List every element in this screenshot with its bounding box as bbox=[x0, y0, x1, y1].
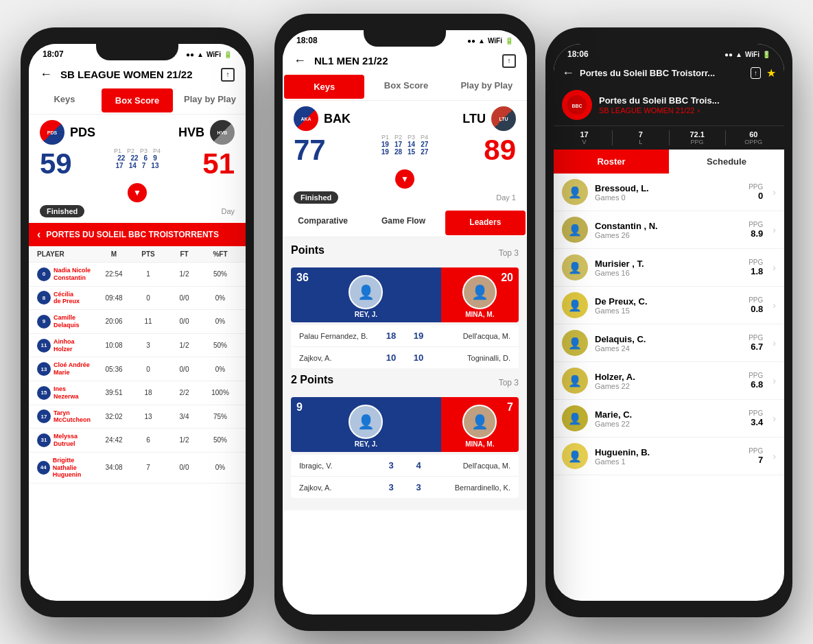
list-item[interactable]: 👤 Holzer, A. Games 22 PPG 6.8 › bbox=[554, 362, 784, 400]
nav-title-left: SB LEAGUE WOMEN 21/22 bbox=[60, 69, 213, 80]
team-name-home-center: BAK bbox=[324, 112, 351, 126]
club-name-text: Portes du Soleil BBC Trois... bbox=[599, 95, 776, 107]
points-top-label: Top 3 bbox=[499, 248, 519, 258]
player-stat: PPG 6.8 bbox=[749, 372, 763, 390]
tab-boxscore-left[interactable]: Box Score bbox=[102, 88, 173, 112]
phone-left-screen: 18:07 ●●▲WiFi🔋 ← SB LEAGUE WOMEN 21/22 ↑… bbox=[29, 44, 246, 601]
back-arrow-left[interactable]: ← bbox=[40, 67, 52, 82]
club-league-text: SB LEAGUE WOMEN 21/22 › bbox=[599, 106, 776, 115]
leader2-name-points: MINA, M. bbox=[465, 311, 494, 318]
back-arrow-right[interactable]: ← bbox=[562, 66, 574, 80]
table-row: 31MelyssaDutruel 24:4261/250% bbox=[29, 429, 246, 453]
player-thumb: 👤 bbox=[562, 368, 588, 394]
player-thumb: 👤 bbox=[562, 254, 588, 281]
chevron-right-icon: › bbox=[773, 187, 776, 198]
sub-tab-leaders[interactable]: Leaders bbox=[445, 211, 526, 235]
logo-pds: PDS bbox=[40, 120, 64, 145]
time-right: 18:06 bbox=[567, 49, 589, 59]
table-row: 8Céciliade Preux 09:4800/00% bbox=[29, 287, 246, 311]
sub-tab-comparative[interactable]: Comparative bbox=[283, 209, 363, 237]
back-arrow-center[interactable]: ← bbox=[294, 53, 306, 68]
share-icon-left[interactable]: ↑ bbox=[221, 68, 235, 82]
logo-hvb: HVB bbox=[210, 120, 235, 145]
leader2-avatar-points: 👤 bbox=[462, 275, 497, 309]
score-home-center: 77 bbox=[294, 134, 326, 167]
table-row: 0Nadia NicoleConstantin 22:5411/250% bbox=[29, 263, 246, 287]
status-icons-right: ●●▲WiFi🔋 bbox=[724, 51, 770, 58]
nav-header-right: ← Portes du Soleil BBC Troistorr... ↑ ★ bbox=[554, 62, 784, 84]
list-item[interactable]: 👤 Constantin , N. Games 26 PPG 8.9 › bbox=[554, 211, 784, 249]
chevron-down-center[interactable]: ▼ bbox=[395, 169, 414, 189]
list-item[interactable]: 👤 Murisier , T. Games 16 PPG 1.8 › bbox=[554, 249, 784, 287]
leader1-name-points: REY, J. bbox=[355, 311, 377, 318]
nav-title-right: Portes du Soleil BBC Troistorr... bbox=[580, 68, 745, 78]
player-stat: PPG 0.8 bbox=[749, 296, 763, 314]
list-item[interactable]: 👤 Marie, C. Games 22 PPG 3.4 › bbox=[554, 400, 784, 438]
player-info: Huguenin, B. Games 1 bbox=[595, 447, 742, 466]
sub-tab-gameflow[interactable]: Game Flow bbox=[363, 209, 443, 237]
player-stat: PPG 0 bbox=[749, 183, 763, 201]
tab-play-center[interactable]: Play by Play bbox=[447, 73, 527, 100]
logo-bak: AKA bbox=[294, 106, 318, 131]
team-name-home-left: PDS bbox=[70, 126, 95, 140]
player-thumb: 👤 bbox=[562, 443, 588, 469]
player-stat: PPG 7 bbox=[749, 447, 763, 465]
chevron-down-left[interactable]: ▼ bbox=[128, 183, 147, 202]
finished-badge-center: Finished bbox=[294, 191, 338, 204]
leader-sub-row: Palau Fernandez, B. 18 19 Dell'acqua, M. bbox=[291, 325, 519, 347]
leader2-name-2pts: MINA, M. bbox=[465, 440, 494, 448]
logo-ltu: LTU bbox=[491, 106, 516, 131]
table-row: 44Brigitte NathalieHuguenin 34:0870/00% bbox=[29, 453, 246, 484]
twopoints-section-header: 2 Points Top 3 bbox=[291, 374, 519, 392]
th-ft: FT bbox=[165, 250, 203, 258]
player-info: De Preux, C. Games 15 bbox=[595, 296, 742, 315]
player-info: Holzer, A. Games 22 bbox=[595, 372, 742, 390]
player-thumb: 👤 bbox=[562, 330, 588, 356]
time-center: 18:08 bbox=[296, 36, 318, 45]
leader-sub-row: Ibragic, V. 3 4 Dell'acqua, M. bbox=[291, 455, 519, 477]
list-item[interactable]: 👤 De Preux, C. Games 15 PPG 0.8 › bbox=[554, 287, 784, 324]
player-thumb: 👤 bbox=[562, 292, 588, 318]
points-bars: 36 👤 REY, J. 20 👤 MINA, M. bbox=[291, 267, 519, 322]
twopoints-top-label: Top 3 bbox=[499, 378, 519, 387]
score-away-left: 51 bbox=[202, 147, 235, 180]
list-item[interactable]: 👤 Huguenin, B. Games 1 PPG 7 › bbox=[554, 438, 784, 475]
share-icon-right[interactable]: ↑ bbox=[751, 67, 761, 79]
player-stat: PPG 6.7 bbox=[749, 334, 763, 352]
list-item[interactable]: 👤 Delaquis, C. Games 24 PPG 6.7 › bbox=[554, 324, 784, 362]
tab-play-left[interactable]: Play by Play bbox=[174, 87, 246, 114]
day-center: Day 1 bbox=[496, 193, 516, 202]
stat-v: 17 V bbox=[559, 130, 609, 145]
player-thumb: 👤 bbox=[562, 179, 588, 205]
list-item[interactable]: 👤 Bressoud, L. Games 0 PPG 0 › bbox=[554, 174, 784, 211]
tab-boxscore-center[interactable]: Box Score bbox=[366, 73, 446, 100]
tab-bar-left: Keys Box Score Play by Play bbox=[29, 87, 246, 115]
share-icon-center[interactable]: ↑ bbox=[502, 54, 516, 68]
player-info: Delaquis, C. Games 24 bbox=[595, 334, 742, 353]
chevron-left-icon[interactable]: ‹ bbox=[37, 228, 40, 241]
chevron-right-icon: › bbox=[773, 375, 776, 386]
tab-keys-center[interactable]: Keys bbox=[284, 75, 364, 99]
tab-schedule[interactable]: Schedule bbox=[669, 150, 784, 174]
chevron-right-icon: › bbox=[773, 451, 776, 462]
leader1-avatar-points: 👤 bbox=[349, 275, 383, 309]
phone-center: 18:08 ●●▲WiFi🔋 ← NL1 MEN 21/22 ↑ Keys Bo… bbox=[274, 14, 535, 631]
star-icon-right[interactable]: ★ bbox=[766, 67, 776, 80]
th-pts: PTS bbox=[131, 250, 165, 258]
player-info: Murisier , T. Games 16 bbox=[595, 259, 742, 277]
nav-header-center: ← NL1 MEN 21/22 ↑ bbox=[283, 48, 527, 73]
player-thumb: 👤 bbox=[562, 405, 588, 431]
player-stat: PPG 8.9 bbox=[749, 221, 763, 239]
player-thumb: 👤 bbox=[562, 217, 588, 243]
team-name-away-center: LTU bbox=[462, 112, 486, 126]
club-info: Portes du Soleil BBC Trois... SB LEAGUE … bbox=[599, 95, 776, 115]
tab-roster[interactable]: Roster bbox=[554, 150, 669, 174]
score-section-center: AKA BAK LTU LTU 77 P1P2P3P4 19171427 192… bbox=[283, 101, 527, 209]
team-name-away-left: HVB bbox=[178, 126, 204, 140]
nav-header-left: ← SB LEAGUE WOMEN 21/22 ↑ bbox=[29, 62, 246, 87]
sub-tabs-center: Comparative Game Flow Leaders bbox=[283, 209, 527, 237]
twopoints-bars: 9 👤 REY, J. 7 👤 MINA, M. bbox=[291, 397, 519, 452]
phone-center-screen: 18:08 ●●▲WiFi🔋 ← NL1 MEN 21/22 ↑ Keys Bo… bbox=[283, 30, 527, 615]
tab-keys-left[interactable]: Keys bbox=[29, 87, 100, 114]
table-row: 11AinhoaHolzer 10:0831/250% bbox=[29, 334, 246, 358]
